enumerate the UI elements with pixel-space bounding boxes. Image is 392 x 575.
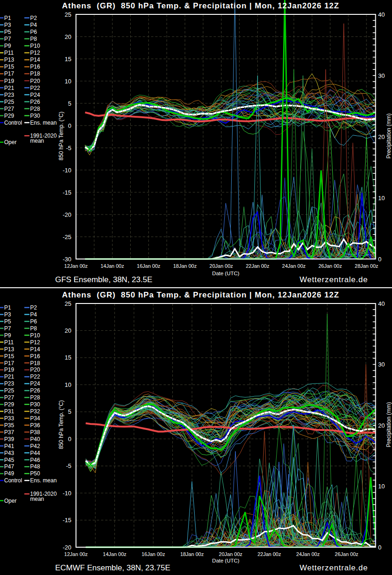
- svg-text:P6: P6: [30, 29, 37, 35]
- svg-text:P28: P28: [30, 106, 40, 112]
- svg-text:P41: P41: [4, 443, 14, 449]
- svg-text:20: 20: [65, 327, 71, 334]
- svg-text:P2: P2: [30, 304, 37, 311]
- svg-text:18Jan 00z: 18Jan 00z: [173, 263, 197, 269]
- svg-text:P3: P3: [4, 311, 11, 318]
- svg-text:0: 0: [68, 436, 71, 442]
- svg-text:P19: P19: [4, 78, 14, 84]
- svg-text:P32: P32: [30, 408, 40, 415]
- svg-text:P47: P47: [4, 463, 14, 470]
- svg-text:Athens (GR) 850 hPa Temp. &: Athens (GR) 850 hPa Temp. & Precipitatio…: [62, 1, 339, 10]
- svg-text:ECMWF Ensemble, 38N, 23.75E: ECMWF Ensemble, 38N, 23.75E: [55, 563, 170, 572]
- svg-text:Wetterzentrale.de: Wetterzentrale.de: [300, 563, 368, 572]
- svg-text:P15: P15: [4, 63, 14, 70]
- svg-text:P19: P19: [4, 366, 14, 373]
- svg-text:P23: P23: [4, 380, 14, 387]
- svg-text:-5: -5: [66, 462, 71, 469]
- svg-text:P26: P26: [30, 387, 40, 394]
- svg-text:10: 10: [65, 381, 71, 388]
- svg-text:P25: P25: [4, 99, 14, 105]
- svg-text:-10: -10: [63, 490, 71, 497]
- svg-text:P9: P9: [4, 43, 11, 49]
- svg-text:P6: P6: [30, 318, 37, 325]
- svg-text:mean: mean: [30, 496, 44, 502]
- svg-text:P28: P28: [30, 394, 40, 401]
- svg-text:P14: P14: [30, 57, 40, 63]
- svg-text:10: 10: [65, 78, 71, 85]
- svg-text:P42: P42: [30, 443, 40, 449]
- svg-text:850 hPa Temp. (°C): 850 hPa Temp. (°C): [58, 112, 64, 160]
- svg-text:30: 30: [378, 361, 385, 368]
- svg-text:P17: P17: [4, 360, 14, 366]
- svg-text:16Jan 00z: 16Jan 00z: [141, 551, 165, 557]
- svg-text:P25: P25: [4, 387, 14, 394]
- svg-text:P7: P7: [4, 325, 11, 332]
- svg-text:P5: P5: [4, 318, 11, 325]
- svg-text:25: 25: [65, 11, 71, 18]
- svg-text:Precipitation (mm): Precipitation (mm): [386, 402, 392, 447]
- svg-text:P46: P46: [30, 457, 40, 463]
- svg-text:Date (UTC): Date (UTC): [212, 558, 240, 563]
- svg-text:P20: P20: [30, 78, 40, 84]
- svg-text:P30: P30: [30, 401, 40, 408]
- svg-text:30: 30: [378, 72, 385, 79]
- svg-text:P15: P15: [4, 353, 14, 360]
- svg-text:P11: P11: [4, 339, 14, 346]
- svg-text:P24: P24: [30, 380, 40, 387]
- svg-text:15: 15: [65, 56, 71, 63]
- svg-text:Oper: Oper: [4, 139, 17, 145]
- svg-text:10: 10: [378, 483, 385, 490]
- svg-text:40: 40: [378, 300, 385, 307]
- svg-text:P14: P14: [30, 346, 40, 353]
- svg-text:Date (UTC): Date (UTC): [212, 271, 240, 276]
- svg-text:P38: P38: [30, 429, 40, 436]
- svg-text:P8: P8: [30, 36, 37, 42]
- svg-text:GFS Ensemble, 38N, 23.5E: GFS Ensemble, 38N, 23.5E: [55, 275, 152, 284]
- svg-text:Athens (GR) 850 hPa Temp. &: Athens (GR) 850 hPa Temp. & Precipitatio…: [62, 291, 339, 299]
- svg-text:14Jan 00z: 14Jan 00z: [103, 551, 126, 557]
- svg-text:16Jan 00z: 16Jan 00z: [137, 263, 160, 269]
- svg-text:P16: P16: [30, 63, 40, 70]
- svg-text:P2: P2: [30, 15, 37, 21]
- svg-text:P7: P7: [4, 36, 11, 42]
- svg-text:20Jan 00z: 20Jan 00z: [209, 263, 233, 269]
- svg-text:P33: P33: [4, 415, 14, 422]
- svg-text:24Jan 00z: 24Jan 00z: [296, 551, 320, 557]
- svg-text:20: 20: [378, 422, 385, 429]
- svg-text:-5: -5: [66, 145, 71, 152]
- svg-text:-20: -20: [63, 211, 71, 218]
- svg-text:P21: P21: [4, 373, 14, 380]
- svg-text:5: 5: [68, 408, 71, 415]
- svg-text:P20: P20: [30, 366, 40, 373]
- svg-text:P18: P18: [30, 360, 40, 366]
- svg-text:18Jan 00z: 18Jan 00z: [180, 551, 204, 557]
- svg-text:26Jan 00z: 26Jan 00z: [335, 551, 359, 557]
- svg-text:P12: P12: [30, 50, 40, 56]
- svg-text:0: 0: [378, 544, 381, 551]
- svg-text:Precipitation (mm): Precipitation (mm): [386, 114, 392, 158]
- svg-text:P27: P27: [4, 394, 14, 401]
- svg-text:P16: P16: [30, 353, 40, 360]
- svg-text:P23: P23: [4, 92, 14, 98]
- svg-text:0: 0: [68, 122, 71, 129]
- svg-text:0: 0: [378, 256, 381, 263]
- svg-text:P48: P48: [30, 463, 40, 470]
- svg-text:12Jan 00z: 12Jan 00z: [64, 263, 88, 269]
- svg-text:Control: Control: [4, 120, 22, 126]
- svg-text:P10: P10: [30, 43, 40, 49]
- svg-text:-25: -25: [63, 234, 71, 240]
- svg-text:P29: P29: [4, 401, 14, 408]
- svg-text:P27: P27: [4, 106, 14, 112]
- svg-text:14Jan 00z: 14Jan 00z: [101, 263, 124, 269]
- svg-text:P43: P43: [4, 450, 14, 456]
- svg-text:P18: P18: [30, 70, 40, 77]
- svg-text:P3: P3: [4, 22, 11, 28]
- svg-text:P39: P39: [4, 436, 14, 442]
- svg-text:-10: -10: [63, 167, 71, 174]
- svg-text:P9: P9: [4, 332, 11, 339]
- svg-text:24Jan 00z: 24Jan 00z: [282, 263, 306, 269]
- svg-text:P50: P50: [30, 470, 40, 477]
- svg-text:12Jan 00z: 12Jan 00z: [64, 551, 88, 557]
- svg-text:P10: P10: [30, 332, 40, 339]
- svg-text:Oper: Oper: [4, 498, 17, 504]
